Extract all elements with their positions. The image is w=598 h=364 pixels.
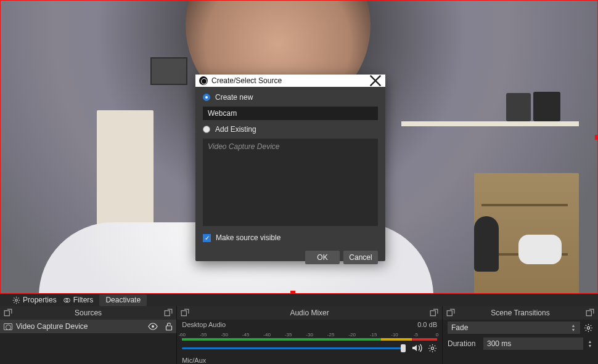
- duration-input[interactable]: [483, 338, 583, 350]
- source-item-label: Video Capture Device: [16, 322, 88, 331]
- volume-slider-row: [182, 343, 437, 353]
- vu-tick: -30: [306, 332, 313, 338]
- cancel-button[interactable]: Cancel: [343, 251, 378, 264]
- list-item[interactable]: Video Capture Device: [208, 142, 373, 151]
- svg-point-12: [587, 326, 589, 329]
- selection-handle-east[interactable]: [595, 135, 598, 140]
- mute-toggle[interactable]: [412, 344, 423, 352]
- transition-select[interactable]: Fade ▲▼: [448, 322, 580, 334]
- chevron-updown-icon[interactable]: ▲▼: [587, 339, 593, 348]
- radio-icon: [203, 126, 210, 133]
- background-microphone: [474, 216, 499, 272]
- radio-add-existing[interactable]: Add Existing: [203, 125, 378, 134]
- channel-settings-button[interactable]: [428, 344, 437, 353]
- channel-name: Desktop Audio: [182, 321, 226, 328]
- channel-db: 0.0 dB: [417, 321, 437, 328]
- popout-icon[interactable]: [586, 309, 594, 317]
- audio-mixer-panel: Audio Mixer Desktop Audio 0.0 dB -60-55-…: [177, 306, 443, 364]
- svg-point-0: [15, 299, 18, 301]
- close-button[interactable]: [369, 75, 382, 87]
- slider-thumb[interactable]: [401, 344, 406, 352]
- background-shelf: [401, 121, 579, 126]
- radio-label: Add Existing: [215, 125, 256, 134]
- popout-icon[interactable]: [430, 309, 438, 317]
- vu-tick: -35: [285, 332, 292, 338]
- svg-rect-8: [430, 311, 435, 316]
- dialog-titlebar[interactable]: Create/Select Source: [195, 75, 385, 87]
- visibility-toggle[interactable]: [148, 323, 158, 330]
- popout-icon[interactable]: [181, 309, 189, 317]
- filters-icon: [63, 296, 71, 304]
- existing-sources-list[interactable]: Video Capture Device: [203, 139, 378, 226]
- duration-label: Duration: [448, 339, 480, 348]
- vu-tick: -60: [178, 332, 186, 338]
- vu-tick: -25: [327, 332, 335, 338]
- background-vr-headset: [518, 235, 562, 264]
- vu-tick: -50: [221, 332, 228, 338]
- dialog-title-text: Create/Select Source: [211, 76, 282, 85]
- vu-tick: -20: [348, 332, 356, 338]
- properties-button[interactable]: Properties: [12, 296, 57, 304]
- source-item[interactable]: Video Capture Device: [0, 320, 176, 333]
- vu-tick: -15: [370, 332, 377, 338]
- background-box: [506, 93, 531, 121]
- camera-icon: [4, 323, 12, 330]
- chevron-updown-icon: ▲▼: [570, 323, 576, 332]
- radio-create-new[interactable]: Create new: [203, 93, 378, 102]
- selection-handle-south[interactable]: [290, 291, 295, 294]
- filters-label: Filters: [73, 296, 94, 304]
- svg-point-5: [152, 325, 154, 328]
- transition-selected-value: Fade: [451, 323, 468, 332]
- vu-meter: -60-55-50-45-40-35-30-25-20-15-10-50: [182, 328, 437, 341]
- checkbox-make-visible[interactable]: ✓ Make source visible: [203, 233, 378, 242]
- popout-icon[interactable]: [446, 309, 455, 317]
- vu-tick: -5: [414, 332, 418, 338]
- gear-icon: [12, 296, 20, 304]
- filters-button[interactable]: Filters: [63, 296, 94, 304]
- ok-button[interactable]: OK: [305, 251, 340, 264]
- sources-panel: Sources Video Capture Device: [0, 306, 177, 364]
- popout-icon[interactable]: [164, 309, 173, 317]
- preview-canvas[interactable]: Create/Select Source Create new Add Exis…: [0, 0, 598, 294]
- svg-rect-4: [165, 311, 170, 316]
- vu-tick: -45: [242, 332, 250, 338]
- volume-slider[interactable]: [182, 347, 406, 349]
- svg-rect-6: [166, 326, 172, 330]
- svg-rect-3: [4, 311, 9, 316]
- svg-rect-11: [586, 311, 591, 316]
- source-name-input[interactable]: [203, 107, 378, 120]
- background-box: [533, 92, 560, 121]
- checkbox-icon: ✓: [203, 234, 211, 242]
- vu-tick: -10: [391, 332, 398, 338]
- lock-toggle[interactable]: [165, 322, 173, 331]
- popout-icon[interactable]: [4, 309, 12, 317]
- svg-rect-10: [447, 311, 452, 316]
- vu-tick: 0: [436, 332, 438, 338]
- transition-settings-button[interactable]: [584, 323, 593, 333]
- obs-icon: [199, 76, 208, 85]
- vu-tick: -55: [200, 332, 207, 338]
- properties-label: Properties: [23, 296, 57, 304]
- source-context-toolbar: Properties Filters Deactivate: [0, 294, 598, 306]
- panel-title: Scene Transitions: [455, 309, 586, 317]
- background-frame: [150, 57, 187, 85]
- scene-transitions-panel: Scene Transitions Fade ▲▼ Duration: [443, 306, 598, 364]
- checkbox-label: Make source visible: [216, 233, 281, 242]
- vu-tick: -40: [263, 332, 271, 338]
- radio-label: Create new: [215, 93, 253, 102]
- channel-name: Mic/Aux: [177, 353, 442, 364]
- deactivate-button[interactable]: Deactivate: [99, 294, 147, 306]
- create-select-source-dialog: Create/Select Source Create new Add Exis…: [195, 75, 385, 261]
- panel-title: Audio Mixer: [189, 309, 430, 317]
- radio-icon: [203, 94, 210, 101]
- svg-point-9: [431, 347, 433, 349]
- svg-rect-7: [181, 311, 186, 316]
- panel-title: Sources: [12, 309, 164, 317]
